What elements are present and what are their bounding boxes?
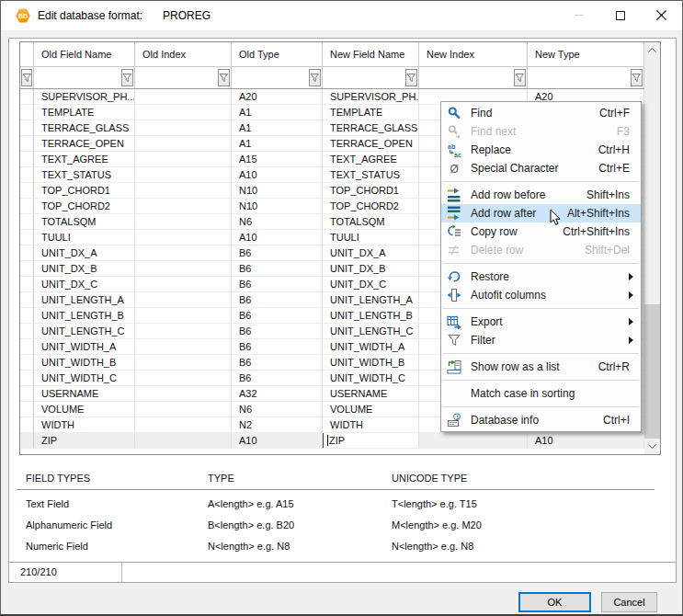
column-header-new-field-name[interactable]: New Field Name [323,42,419,66]
cell-old-field[interactable]: UNIT_LENGTH_B [34,308,135,324]
scroll-down-button[interactable] [644,439,660,454]
cell-old-type[interactable]: A1 [232,105,323,120]
cell-old-index[interactable] [135,261,232,277]
cell-new-field[interactable]: USERNAME [323,386,419,402]
cell-old-field[interactable]: UNIT_DX_C [34,277,135,292]
cell-old-index[interactable] [135,277,232,292]
cell-edit-input[interactable]: ZIP [323,433,419,449]
cell-new-field[interactable]: UNIT_DX_B [323,261,419,277]
close-button[interactable] [641,1,682,29]
cell-old-type[interactable]: B6 [232,292,323,308]
cell-old-index[interactable] [135,371,232,386]
row-selector-cell[interactable] [20,371,34,386]
filter-funnel-button[interactable] [21,69,32,86]
cell-old-index[interactable] [135,183,232,199]
cell-old-index[interactable] [135,120,232,136]
row-selector-cell[interactable] [20,417,34,433]
cell-new-field[interactable]: UNIT_WIDTH_C [323,371,419,386]
cell-old-type[interactable]: N2 [232,417,323,433]
row-selector-cell[interactable] [20,277,34,292]
row-selector-cell[interactable] [20,199,34,214]
row-selector-cell[interactable] [20,355,34,371]
cell-new-field[interactable]: TOP_CHORD2 [323,199,419,214]
cell-old-type[interactable]: B6 [232,277,323,292]
menu-item-replace[interactable]: abacReplaceCtrl+H [441,141,641,159]
filter-funnel-button[interactable] [218,69,230,86]
row-selector-cell[interactable] [20,402,34,417]
menu-item-match-case-in-sorting[interactable]: Match case in sorting [441,384,641,403]
cell-new-field[interactable]: TERRACE_GLASS [323,120,419,136]
cell-old-index[interactable] [135,105,232,120]
cell-new-field[interactable]: ZIP [323,433,419,449]
menu-item-copy-row[interactable]: Copy rowCtrl+Shift+Ins [441,222,641,241]
cell-new-field[interactable]: UNIT_DX_A [323,245,419,261]
cell-new-field[interactable]: TERRACE_OPEN [323,136,419,152]
cell-new-index[interactable] [419,433,528,449]
filter-input-old-type[interactable] [232,67,323,88]
row-selector-cell[interactable] [20,245,34,261]
row-selector-cell[interactable] [20,89,34,105]
cell-new-field[interactable]: TOP_CHORD1 [323,183,419,199]
menu-item-filter[interactable]: Filter [441,331,641,349]
cell-old-index[interactable] [135,136,232,152]
row-selector-cell[interactable] [20,136,34,152]
cell-old-index[interactable] [135,199,232,214]
column-header-old-type[interactable]: Old Type [232,42,323,66]
row-selector-cell[interactable] [20,324,34,339]
cell-old-field[interactable]: TUULI [34,230,135,245]
cell-old-index[interactable] [135,355,232,371]
cell-new-field[interactable]: TEXT_STATUS [323,167,419,183]
row-selector-cell[interactable] [20,214,34,230]
cell-old-type[interactable]: B6 [232,355,323,371]
row-selector-cell[interactable] [20,386,34,402]
cell-old-field[interactable]: UNIT_WIDTH_C [34,371,135,386]
cell-old-field[interactable]: UNIT_DX_B [34,261,135,277]
menu-item-export[interactable]: Export [441,313,641,331]
titlebar[interactable]: BD Edit database format:PROREG [1,1,682,30]
row-selector-cell[interactable] [20,120,34,136]
cell-old-field[interactable]: TERRACE_OPEN [34,136,135,152]
column-header-old-index[interactable]: Old Index [135,42,232,66]
menu-item-add-row-after[interactable]: Add row afterAlt+Shift+Ins [441,204,641,222]
ok-button[interactable]: OK [518,592,591,612]
filter-input-new-type[interactable] [528,67,644,88]
row-selector-cell[interactable] [20,105,34,120]
row-selector-cell[interactable] [20,292,34,308]
cell-old-field[interactable]: TOTALSQM [34,214,135,230]
cell-new-field[interactable]: TEXT_AGREE [323,152,419,167]
cell-old-index[interactable] [135,245,232,261]
cell-old-field[interactable]: TEXT_AGREE [34,152,135,167]
cell-new-field[interactable]: UNIT_WIDTH_A [323,339,419,355]
cell-new-field[interactable]: SUPERVISOR_PH... [323,89,419,105]
cell-old-type[interactable]: B6 [232,339,323,355]
cell-old-index[interactable] [135,167,232,183]
row-selector-cell[interactable] [20,167,34,183]
cell-old-type[interactable]: A15 [232,152,323,167]
cell-old-type[interactable]: A10 [232,433,323,449]
cell-old-field[interactable]: VOLUME [34,402,135,417]
menu-item-database-info[interactable]: 1Database infoCtrl+I [441,411,641,429]
cell-old-field[interactable]: UNIT_WIDTH_A [34,339,135,355]
cell-old-field[interactable]: TEXT_STATUS [34,167,135,183]
cell-new-field[interactable]: TOTALSQM [323,214,419,230]
cell-old-field[interactable]: UNIT_LENGTH_C [34,324,135,339]
cell-old-type[interactable]: B6 [232,324,323,339]
cell-old-index[interactable] [135,386,232,402]
cell-new-field[interactable]: UNIT_LENGTH_B [323,308,419,324]
cell-new-field[interactable]: WIDTH [323,417,419,433]
scrollbar-thumb[interactable] [644,304,660,439]
cell-new-field[interactable]: TUULI [323,230,419,245]
cell-old-field[interactable]: UNIT_WIDTH_B [34,355,135,371]
filter-funnel-button[interactable] [514,69,526,86]
cell-new-field[interactable]: UNIT_DX_C [323,277,419,292]
cell-old-index[interactable] [135,324,232,339]
cell-old-index[interactable] [135,292,232,308]
cell-new-type[interactable]: A10 [528,433,644,449]
column-header-new-index[interactable]: New Index [419,42,528,66]
cell-old-index[interactable] [135,402,232,417]
cell-old-index[interactable] [135,308,232,324]
filter-funnel-button[interactable] [631,69,643,86]
cell-old-type[interactable]: N6 [232,214,323,230]
cell-new-field[interactable]: UNIT_LENGTH_C [323,324,419,339]
cell-new-field[interactable]: VOLUME [323,402,419,417]
